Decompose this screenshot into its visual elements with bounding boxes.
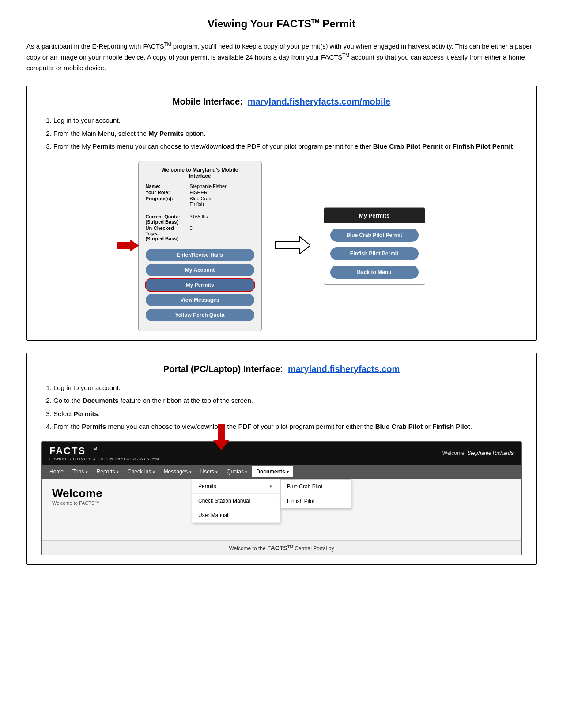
role-value: FISHER (190, 190, 208, 195)
facts-logo: FACTS TM Fishing Activity & Catch Tracki… (49, 445, 159, 461)
blue-crab-pilot-permit-btn[interactable]: Blue Crab Pilot Permit (330, 229, 419, 242)
mobile-label: Mobile Interface: (173, 97, 243, 106)
mobile-section-title: Mobile Interface: maryland.fisheryfacts.… (41, 97, 522, 107)
portal-dropdown-menu: Permits ► Check Station Manual User Manu… (192, 479, 280, 523)
nav-checkins[interactable]: Check-ins ▾ (123, 466, 159, 477)
phone-header: Welcome to Maryland's MobileInterface (146, 167, 254, 179)
finfish-pilot-permit-btn[interactable]: Finfish Pilot Permit (330, 247, 419, 260)
panel-header: My Permits (324, 208, 425, 223)
nav-reports[interactable]: Reports ▾ (92, 466, 123, 477)
programs-value: Blue CrabFinfish (190, 196, 212, 206)
dd-permits-label: Permits (198, 483, 216, 489)
portal-section-title: Portal (PC/Laptop) Interface: maryland.f… (41, 364, 522, 374)
mobile-steps-list: Log in to your account. From the Main Me… (53, 115, 522, 152)
mobile-screenshot-area: Welcome to Maryland's MobileInterface Na… (41, 161, 522, 331)
mobile-step-1: Log in to your account. (53, 115, 522, 126)
portal-step-2: Go to the Documents feature on the ribbo… (53, 395, 522, 406)
nav-documents[interactable]: Documents ▾ (252, 466, 293, 477)
portal-step-3: Select Permits. (53, 408, 522, 420)
nav-trips[interactable]: Trips ▾ (68, 466, 92, 477)
portal-steps-list: Log in to your account. Go to the Docume… (53, 382, 522, 432)
portal-url-link[interactable]: maryland.fisheryfacts.com (288, 364, 400, 374)
dd-permits[interactable]: Permits ► (192, 479, 280, 494)
mobile-step-3: From the My Permits menu you can choose … (53, 141, 522, 152)
arrow-right-indicator (275, 236, 310, 255)
welcome-name: Stephanie Richards (467, 450, 514, 456)
mobile-url-link[interactable]: maryland.fisheryfacts.com/mobile (248, 97, 390, 106)
unchecked-value: 0 (190, 225, 193, 241)
dd-check-station-label: Check Station Manual (198, 498, 250, 504)
enter-revise-hails-btn[interactable]: Enter/Revise Hails (146, 249, 254, 261)
mobile-interface-card: Welcome to Maryland's MobileInterface Na… (138, 161, 262, 331)
svg-marker-2 (213, 424, 229, 450)
red-down-arrow-indicator (213, 424, 229, 451)
portal-sub-dropdown: Blue Crab Pilot Finfish Pilot (280, 479, 351, 509)
nav-home[interactable]: Home (45, 466, 68, 477)
sub-dd-blue-crab[interactable]: Blue Crab Pilot (281, 480, 351, 494)
portal-topbar: FACTS TM Fishing Activity & Catch Tracki… (42, 442, 521, 465)
nav-quotas[interactable]: Quotas ▾ (222, 466, 252, 477)
programs-label: Program(s): (146, 196, 190, 206)
portal-interface-screenshot: FACTS TM Fishing Activity & Catch Tracki… (41, 441, 522, 555)
portal-screenshot-wrapper: FACTS TM Fishing Activity & Catch Tracki… (41, 441, 522, 555)
portal-body: Welcome Welcome to FACTS™ Permits ► Chec… (42, 479, 521, 540)
unchecked-label: Un-CheckedTrips:(Striped Bass) (146, 225, 190, 241)
svg-marker-1 (275, 236, 310, 254)
my-permits-panel: My Permits Blue Crab Pilot Permit Finfis… (324, 207, 425, 285)
quota-value: 3168 lbs (190, 214, 208, 225)
mobile-phone-mockup: Welcome to Maryland's MobileInterface Na… (138, 161, 262, 331)
facts-subtitle: Fishing Activity & Catch Tracking System (49, 457, 159, 461)
portal-welcome-right: Welcome, Stephanie Richards (442, 450, 514, 456)
portal-navbar: Home Trips ▾ Reports ▾ Check-ins ▾ Messa… (42, 465, 521, 479)
dd-check-station[interactable]: Check Station Manual (192, 494, 280, 508)
svg-marker-0 (117, 240, 139, 251)
mobile-interface-section: Mobile Interface: maryland.fisheryfacts.… (26, 86, 537, 341)
sub-dd-finfish[interactable]: Finfish Pilot (281, 494, 351, 508)
yellow-perch-quota-btn[interactable]: Yellow Perch Quota (146, 309, 254, 321)
quota-label: Current Quota:(Striped Bass) (146, 214, 190, 225)
portal-step-4: From the Permits menu you can choose to … (53, 421, 522, 432)
name-value: Stephanie Fisher (190, 184, 227, 189)
nav-users[interactable]: Users ▾ (196, 466, 223, 477)
my-permits-btn[interactable]: My Permits (146, 279, 254, 291)
red-arrow-indicator (117, 240, 139, 252)
portal-step-1: Log in to your account. (53, 382, 522, 394)
back-to-menu-btn[interactable]: Back to Menu (330, 266, 419, 279)
dd-permits-caret: ► (269, 484, 273, 488)
portal-footer-bar: Welcome to the FACTSTM Central Portal by (42, 540, 521, 555)
page-title: Viewing Your FACTSTM Permit (26, 18, 537, 30)
view-messages-btn[interactable]: View Messages (146, 294, 254, 306)
facts-logo-word: FACTS TM (49, 445, 159, 457)
role-label: Your Role: (146, 190, 190, 195)
dd-user-manual-label: User Manual (198, 512, 228, 518)
nav-messages[interactable]: Messages ▾ (159, 466, 196, 477)
my-account-btn[interactable]: My Account (146, 264, 254, 276)
footer-facts-logo: FACTS (267, 544, 287, 552)
portal-label: Portal (PC/Laptop) Interface: (163, 364, 283, 374)
mobile-step-2: From the Main Menu, select the My Permit… (53, 128, 522, 139)
intro-paragraph: As a participant in the E-Reporting with… (26, 41, 537, 73)
name-label: Name: (146, 184, 190, 189)
dd-user-manual[interactable]: User Manual (192, 508, 280, 523)
portal-interface-section: Portal (PC/Laptop) Interface: maryland.f… (26, 353, 537, 565)
